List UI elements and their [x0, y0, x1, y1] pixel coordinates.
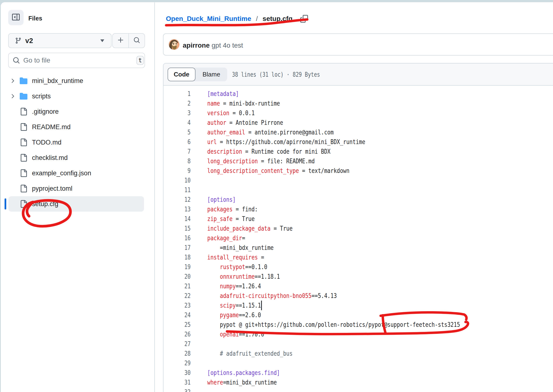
line-number[interactable]: 32 — [169, 387, 191, 392]
tree-item-checklist-md[interactable]: checklist.md — [8, 150, 144, 165]
file-tree: mini_bdx_runtimescripts.gitignoreREADME.… — [0, 73, 154, 212]
line-content: install_requires = — [207, 252, 264, 262]
line-number[interactable]: 15 — [169, 224, 191, 233]
line-number[interactable]: 30 — [169, 368, 191, 378]
line-number[interactable]: 2 — [169, 98, 191, 108]
code-line-9: 9long_description_content_type = text/ma… — [164, 166, 553, 175]
tab-blame[interactable]: Blame — [195, 68, 227, 81]
line-number[interactable]: 28 — [169, 349, 191, 358]
line-content: include_package_data = True — [207, 224, 293, 233]
avatar[interactable] — [169, 39, 179, 50]
line-number[interactable]: 18 — [169, 252, 191, 262]
line-number[interactable]: 16 — [169, 233, 191, 243]
git-branch-icon — [15, 37, 22, 44]
commit-author[interactable]: apirrone — [183, 42, 210, 49]
branch-selector-button[interactable]: v2 — [8, 33, 111, 48]
line-number[interactable]: 19 — [169, 262, 191, 272]
line-content: author = Antoine Pirrone — [207, 118, 283, 127]
folder-icon — [20, 77, 28, 85]
collapse-sidebar-button[interactable] — [8, 10, 24, 25]
line-content: name = mini-bdx-runtime — [207, 98, 280, 108]
line-number[interactable]: 20 — [169, 272, 191, 281]
search-tree-button[interactable] — [128, 34, 145, 48]
code-line-15: 15include_package_data = True — [164, 224, 553, 233]
breadcrumb: Open_Duck_Mini_Runtime / setup.cfg — [166, 14, 308, 24]
line-number[interactable]: 14 — [169, 214, 191, 224]
line-number[interactable]: 9 — [169, 166, 191, 175]
line-content: openai==1.70.0 — [207, 329, 264, 339]
copy-path-button[interactable] — [300, 15, 308, 23]
code-line-14: 14zip_safe = True — [164, 214, 553, 224]
line-number[interactable]: 22 — [169, 291, 191, 301]
line-content: [options] — [207, 195, 236, 204]
line-content: rustypot==0.1.0 — [207, 262, 267, 272]
line-number[interactable]: 26 — [169, 329, 191, 339]
files-panel-title: Files — [28, 11, 42, 26]
line-number[interactable]: 13 — [169, 204, 191, 214]
chevron-right-icon[interactable] — [9, 93, 16, 99]
line-number[interactable]: 29 — [169, 358, 191, 368]
chevron-right-icon[interactable] — [9, 77, 16, 84]
tree-item--gitignore[interactable]: .gitignore — [8, 104, 144, 119]
code-line-10: 10 — [164, 175, 553, 185]
line-number[interactable]: 10 — [169, 175, 191, 185]
line-content: long_description = file: README.md — [207, 156, 315, 166]
sidebar-divider[interactable] — [154, 2, 155, 392]
line-number[interactable]: 5 — [169, 127, 191, 137]
line-number[interactable]: 12 — [169, 195, 191, 204]
tree-actions — [112, 33, 145, 48]
file-size-meta: 38 lines (31 loc) · 829 Bytes — [232, 63, 320, 86]
code-line-4: 4author = Antoine Pirrone — [164, 118, 553, 127]
file-icon — [20, 139, 28, 146]
line-number[interactable]: 1 — [169, 89, 191, 98]
line-number[interactable]: 21 — [169, 281, 191, 291]
line-number[interactable]: 6 — [169, 137, 191, 147]
new-file-button[interactable] — [113, 34, 128, 48]
line-number[interactable]: 7 — [169, 147, 191, 156]
tree-item-mini-bdx-runtime[interactable]: mini_bdx_runtime — [8, 73, 144, 89]
line-number[interactable]: 17 — [169, 243, 191, 252]
tree-item-scripts[interactable]: scripts — [8, 89, 144, 104]
tree-item-pyproject-toml[interactable]: pyproject.toml — [8, 181, 144, 196]
line-content: packages = find: — [207, 204, 258, 214]
line-content: url = https://github.com/apirrone/mini_B… — [207, 137, 365, 147]
line-number[interactable]: 11 — [169, 185, 191, 195]
line-content: pypot @ git+https://github.com/pollen-ro… — [207, 320, 460, 329]
line-number[interactable]: 25 — [169, 320, 191, 329]
code-line-26: 26 openai==1.70.0 — [164, 329, 553, 339]
line-number[interactable]: 8 — [169, 156, 191, 166]
line-content: [options.packages.find] — [207, 368, 280, 378]
code-line-20: 20 onnxruntime==1.18.1 — [164, 272, 553, 281]
tree-item-setup-cfg[interactable]: setup.cfg — [8, 196, 144, 212]
code-line-3: 3version = 0.0.1 — [164, 108, 553, 118]
go-to-file-input[interactable]: Go to file t — [8, 53, 145, 68]
code-line-2: 2name = mini-bdx-runtime — [164, 98, 553, 108]
line-content: pygame==2.6.0 — [207, 310, 261, 320]
line-number[interactable]: 31 — [169, 378, 191, 387]
tree-item-todo-md[interactable]: TODO.md — [8, 135, 144, 150]
code-line-5: 5author_email = antoine.pirrone@gmail.co… — [164, 127, 553, 137]
code-line-31: 31where=mini_bdx_runtime — [164, 378, 553, 387]
line-number[interactable]: 4 — [169, 118, 191, 127]
file-icon — [20, 108, 28, 115]
code-line-16: 16package_dir= — [164, 233, 553, 243]
tab-code[interactable]: Code — [168, 68, 195, 81]
tree-item-example-config-json[interactable]: example_config.json — [8, 165, 144, 181]
line-content: author_email = antoine.pirrone@gmail.com — [207, 127, 334, 137]
line-number[interactable]: 24 — [169, 310, 191, 320]
line-number[interactable]: 27 — [169, 339, 191, 349]
tree-item-readme-md[interactable]: README.md — [8, 119, 144, 135]
code-line-6: 6url = https://github.com/apirrone/mini_… — [164, 137, 553, 147]
breadcrumb-repo-link[interactable]: Open_Duck_Mini_Runtime — [166, 15, 251, 23]
search-icon — [133, 37, 140, 44]
line-content: where=mini_bdx_runtime — [207, 378, 277, 387]
file-icon — [20, 185, 28, 192]
active-item-indicator — [5, 198, 6, 210]
plus-icon — [117, 36, 124, 45]
line-number[interactable]: 23 — [169, 301, 191, 310]
tree-item-label: setup.cfg — [32, 200, 58, 208]
tree-item-label: mini_bdx_runtime — [32, 77, 83, 85]
commit-message[interactable]: gpt 4o test — [212, 42, 243, 49]
line-number[interactable]: 3 — [169, 108, 191, 118]
triangle-down-icon — [100, 39, 104, 42]
